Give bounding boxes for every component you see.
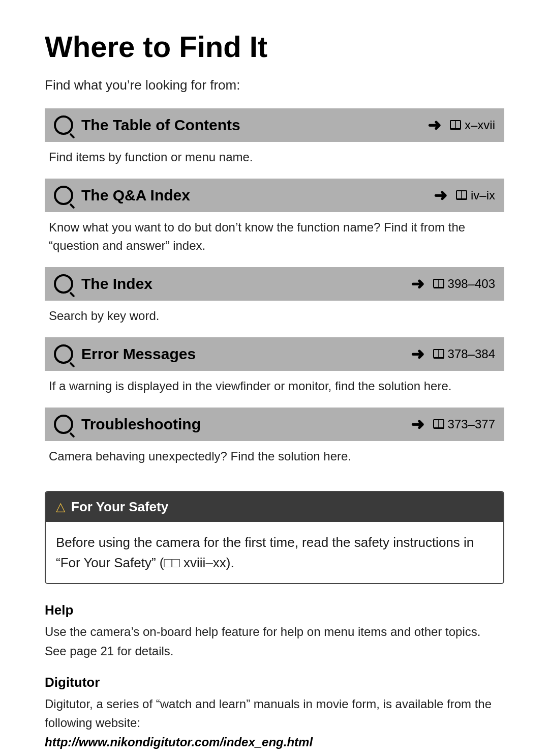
- search-icon-error: [54, 344, 73, 364]
- book-icon-troubleshooting: [433, 419, 445, 429]
- section-title-error: Error Messages: [81, 345, 411, 363]
- help-section: Help Use the camera’s on-board help feat…: [45, 602, 504, 749]
- section-header-index[interactable]: The Index ➜ 398–403: [45, 267, 504, 301]
- page-ref-index: 398–403: [433, 277, 495, 291]
- book-icon-toc: [449, 120, 462, 130]
- arrow-icon-index: ➜: [411, 274, 424, 294]
- digitutor-url[interactable]: http://www.nikondigitutor.com/index_eng.…: [45, 735, 504, 749]
- search-icon-index: [54, 274, 73, 294]
- page-title: Where to Find It: [45, 31, 504, 63]
- arrow-icon-toc: ➜: [428, 115, 441, 135]
- search-icon-troubleshooting: [54, 415, 73, 434]
- help-description: Use the camera’s on-board help feature f…: [45, 622, 504, 660]
- book-icon-index: [433, 279, 445, 289]
- safety-description: Before using the camera for the first ti…: [46, 522, 503, 584]
- section-header-qa[interactable]: The Q&A Index ➜ iv–ix: [45, 179, 504, 212]
- arrow-icon-qa: ➜: [434, 186, 447, 205]
- section-desc-error: If a warning is displayed in the viewfin…: [45, 377, 504, 395]
- section-title-troubleshooting: Troubleshooting: [81, 416, 411, 433]
- section-header-troubleshooting[interactable]: Troubleshooting ➜ 373–377: [45, 408, 504, 441]
- safety-title: For Your Safety: [71, 499, 168, 515]
- section-header-toc[interactable]: The Table of Contents ➜ x–xvii: [45, 108, 504, 142]
- section-desc-qa: Know what you want to do but don’t know …: [45, 218, 504, 255]
- arrow-icon-error: ➜: [411, 344, 424, 364]
- section-title-qa: The Q&A Index: [81, 187, 434, 204]
- digitutor-title: Digitutor: [45, 675, 504, 690]
- page-ref-troubleshooting: 373–377: [433, 417, 495, 431]
- section-header-error[interactable]: Error Messages ➜ 378–384: [45, 337, 504, 371]
- digitutor-description: Digitutor, a series of “watch and learn”…: [45, 694, 504, 732]
- section-title-toc: The Table of Contents: [81, 117, 428, 134]
- safety-block: △ For Your Safety Before using the camer…: [45, 491, 504, 585]
- safety-header: △ For Your Safety: [46, 492, 503, 522]
- section-qa-index: The Q&A Index ➜ iv–ix Know what you want…: [45, 179, 504, 255]
- section-index: The Index ➜ 398–403 Search by key word.: [45, 267, 504, 325]
- page-ref-qa: iv–ix: [455, 188, 495, 202]
- help-title: Help: [45, 602, 504, 618]
- section-error-messages: Error Messages ➜ 378–384 If a warning is…: [45, 337, 504, 395]
- book-icon-qa: [455, 190, 468, 200]
- page-ref-toc: x–xvii: [449, 118, 495, 132]
- warning-icon: △: [56, 500, 65, 514]
- section-desc-troubleshooting: Camera behaving unexpectedly? Find the s…: [45, 447, 504, 466]
- section-title-index: The Index: [81, 275, 411, 293]
- search-icon-qa: [54, 186, 73, 205]
- section-desc-toc: Find items by function or menu name.: [45, 148, 504, 166]
- page-ref-error: 378–384: [433, 347, 495, 361]
- section-desc-index: Search by key word.: [45, 307, 504, 325]
- section-table-of-contents: The Table of Contents ➜ x–xvii Find item…: [45, 108, 504, 166]
- section-troubleshooting: Troubleshooting ➜ 373–377 Camera behavin…: [45, 408, 504, 466]
- arrow-icon-troubleshooting: ➜: [411, 415, 424, 434]
- book-icon-error: [433, 349, 445, 359]
- page-subtitle: Find what you’re looking for from:: [45, 77, 504, 93]
- search-icon: [54, 115, 73, 135]
